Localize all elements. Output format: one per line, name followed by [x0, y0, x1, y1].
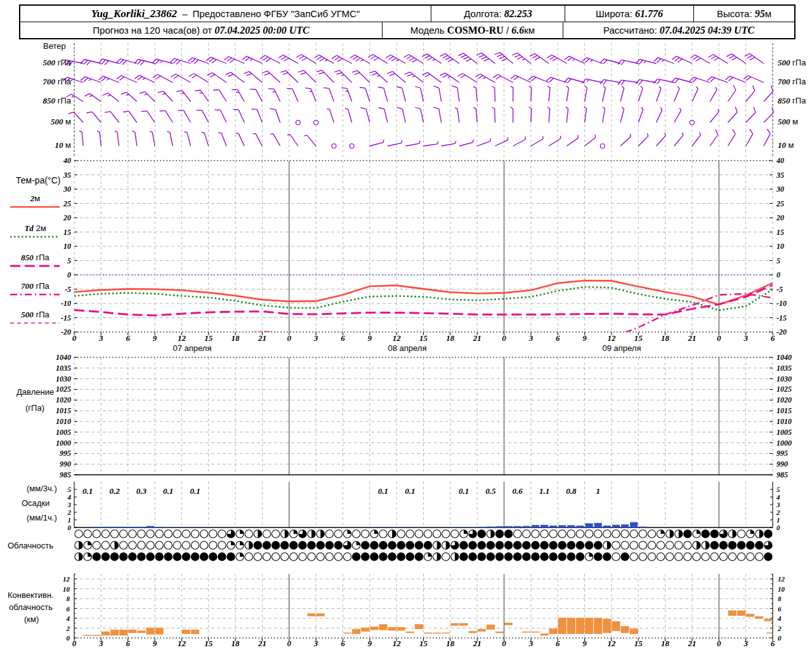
cloud-circle — [665, 553, 673, 560]
wind-barb-icon — [529, 107, 532, 123]
conv-cloud-bar — [343, 632, 351, 633]
bottom-hour-label: 3 — [313, 639, 318, 648]
wind-barb-icon — [115, 131, 119, 146]
cloud-circle — [129, 530, 136, 538]
conv-tick-left: 12 — [63, 575, 70, 583]
cloud-circle — [272, 541, 279, 549]
wind-barb-icon — [287, 88, 298, 102]
wind-barb-icon — [98, 59, 119, 65]
temp-hour-label: 15 — [204, 333, 213, 343]
cloud-circle — [478, 530, 485, 538]
conv-cloud-bar — [442, 632, 450, 633]
wind-barb-icon — [386, 55, 405, 64]
wind-barb-icon — [178, 110, 191, 123]
temp-tick-right: 35 — [776, 171, 784, 180]
wind-barb-icon — [352, 70, 370, 83]
precip-3h-label: 0.1 — [190, 486, 200, 496]
wind-barb-icon — [690, 77, 710, 83]
conv-cloud-bar — [370, 627, 378, 630]
cloud-circle — [719, 553, 727, 560]
precip-bar — [182, 527, 190, 527]
provider-text: Предоставлено ФГБУ "ЗапСиб УГМС" — [192, 8, 360, 19]
station-name: Yug_Korliki_23862 — [91, 8, 177, 20]
temp-tick-left: 10 — [63, 242, 71, 251]
cloud-circle — [119, 530, 127, 538]
cloud-fraction-wedge — [115, 541, 119, 549]
cloud-fraction-wedge — [258, 530, 261, 538]
cloud-fraction-wedge — [437, 541, 441, 549]
precip-bar — [576, 526, 584, 527]
cloud-circle — [532, 541, 539, 549]
altitude-label: Высота: — [717, 8, 752, 19]
temp-tick-right: 15 — [776, 228, 784, 237]
cloud-circle — [478, 541, 485, 549]
cloud-fraction-wedge — [357, 541, 360, 545]
model-res-unit: км — [524, 25, 535, 36]
wind-barb-icon — [728, 107, 737, 123]
wind-barb-icon — [86, 112, 101, 123]
pressure-tick-right: 1005 — [776, 428, 792, 437]
conv-tick-left: 8 — [67, 595, 70, 602]
cloud-circle — [433, 530, 440, 538]
temp-legend-line-3 — [10, 292, 60, 297]
wind-barb-icon — [476, 53, 495, 63]
cloud-circle — [424, 530, 431, 538]
wind-barb-icon — [745, 54, 764, 64]
bottom-hour-label: 0 — [502, 639, 506, 648]
calm-wind-icon — [296, 121, 300, 125]
wind-barb-icon — [405, 141, 420, 146]
wind-barb-icon — [512, 53, 531, 63]
cloud-circle — [147, 541, 154, 549]
precip-bar — [478, 527, 485, 527]
date-label-day3: 09 апреля — [584, 343, 660, 353]
wind-barb-icon — [226, 72, 245, 83]
cloud-fraction-wedge — [446, 541, 450, 549]
wind-barb-icon — [253, 134, 263, 146]
conv-cloud-bar — [308, 613, 316, 616]
longitude-cell: Долгота: 82.253 — [431, 6, 565, 22]
cloud-circle — [764, 530, 772, 538]
wind-barb-icon — [99, 76, 119, 83]
temp-hour-label: 6 — [771, 333, 775, 343]
wind-barb-icon — [511, 86, 513, 102]
wind-barb-icon — [350, 55, 370, 64]
cloud-fraction-wedge — [79, 541, 82, 549]
cloud-circle — [487, 541, 494, 549]
temp-hour-label: 3 — [98, 333, 103, 343]
wind-barb-icon — [368, 55, 388, 63]
precip-3h-label: 0.6 — [513, 486, 523, 496]
altitude-cell: Высота: 95м — [693, 6, 794, 22]
cloud-fraction-wedge — [231, 541, 235, 545]
cloud-circle — [362, 541, 369, 549]
temp-hour-label: 21 — [473, 333, 481, 343]
cloud-fraction-wedge — [285, 530, 289, 538]
cloud-circle — [254, 541, 261, 549]
precip-3h-label: 0.5 — [485, 486, 496, 496]
conv-cloud-bar — [531, 632, 539, 633]
wind-barb-icon — [565, 56, 585, 63]
bottom-hour-label: 6 — [126, 639, 130, 648]
wind-barb-icon — [268, 89, 280, 102]
forecast-hours: 120 — [145, 25, 160, 36]
pressure-tick-left: 985 — [60, 470, 71, 479]
cloud-circle — [415, 530, 422, 538]
precip-3h-label: 0.8 — [566, 486, 577, 496]
wind-barb-icon — [397, 107, 406, 123]
conv-cloud-bar — [146, 628, 154, 635]
pressure-tick-right: 1030 — [776, 375, 792, 383]
wind-barb-icon — [726, 54, 745, 63]
cloud-circle — [93, 541, 100, 549]
cloud-fraction-wedge — [88, 541, 91, 545]
cloud-circle — [639, 541, 646, 549]
precip-tick-right: 1 — [776, 516, 780, 524]
wind-barb-icon — [511, 76, 531, 83]
cloud-circle — [299, 541, 306, 549]
conv-cloud-bar — [415, 624, 423, 629]
bottom-hour-label: 0 — [287, 639, 292, 648]
wind-barb-icon — [710, 129, 718, 146]
pressure-tick-left: 1025 — [56, 385, 71, 394]
wind-barb-icon — [473, 86, 477, 102]
wind-barb-icon — [459, 53, 478, 63]
temp-legend-label-2: 850 гПа — [5, 253, 65, 263]
temp-tick-right: 0 — [776, 270, 780, 279]
